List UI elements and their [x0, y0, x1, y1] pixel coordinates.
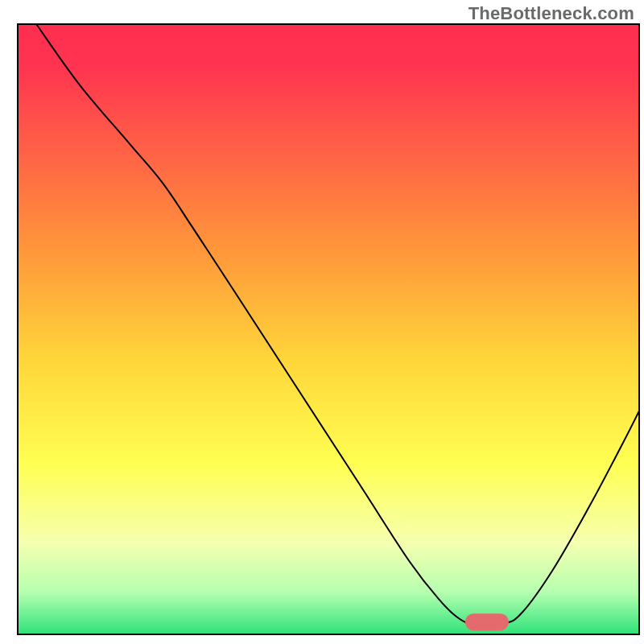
optimal-marker — [465, 613, 509, 630]
bottleneck-chart — [0, 0, 644, 644]
plot-background — [18, 24, 639, 634]
watermark-text: TheBottleneck.com — [469, 3, 634, 24]
chart-stage: TheBottleneck.com — [0, 0, 644, 644]
